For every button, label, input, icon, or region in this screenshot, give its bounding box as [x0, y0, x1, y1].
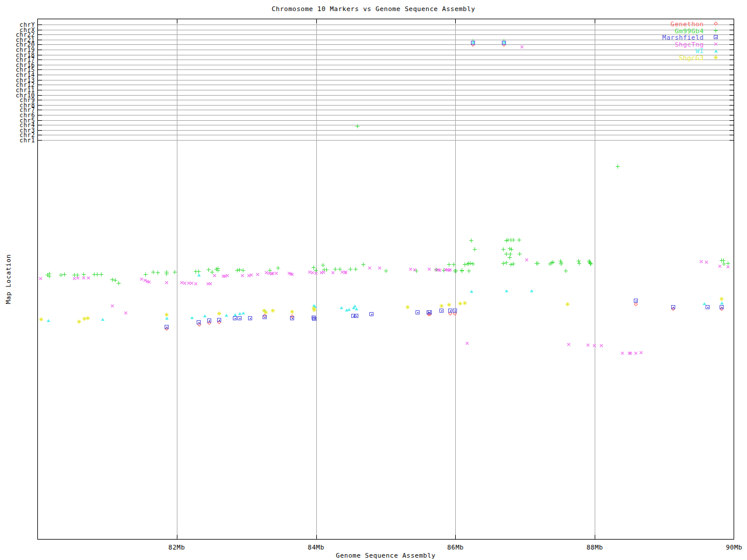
marker-marshfield	[634, 299, 638, 303]
chromosome-tick-right	[729, 125, 734, 125]
marker-wi	[190, 316, 194, 319]
chromosome-tick-left	[38, 30, 42, 30]
chromosome-tick-left	[38, 140, 42, 141]
chromosome-tick-right	[729, 95, 734, 96]
chromosome-tick-left	[38, 34, 42, 35]
chromosome-tick-left	[38, 110, 42, 110]
chromosome-tick-right	[729, 90, 734, 90]
marker-marshfield	[706, 305, 710, 309]
chart-canvas: Chromosome 10 Markers vs Genome Sequence…	[0, 0, 747, 560]
marker-shgcg3	[447, 303, 451, 307]
chromosome-tick-left	[38, 130, 42, 131]
marker-gm99gb4	[551, 260, 555, 264]
legend-row: ShgcTng	[584, 41, 747, 48]
marker-marshfield	[290, 316, 294, 320]
marker-gm99gb4	[471, 262, 475, 266]
marker-shgcg3	[264, 310, 268, 314]
chromosome-tick-left	[38, 24, 42, 25]
marker-marshfield	[671, 305, 675, 309]
gridline-vertical	[177, 19, 177, 539]
marker-wi	[703, 302, 706, 305]
chromosome-tick-right	[729, 140, 734, 141]
chromosome-tick-right	[729, 135, 734, 135]
marker-shgcg3	[720, 297, 724, 301]
legend-marker-shgctng-icon	[712, 41, 720, 47]
legend-row: ShgcG3	[584, 54, 747, 61]
marker-wi	[472, 41, 475, 44]
chromosome-tick-left	[38, 125, 42, 125]
chromosome-line	[38, 85, 734, 85]
marker-gm99gb4	[509, 247, 514, 251]
marker-wi	[530, 289, 533, 292]
marker-gm99gb4	[348, 267, 352, 271]
marker-wi	[233, 313, 237, 316]
legend-row: Gm99Gb4	[584, 27, 747, 34]
chromosome-tick-left	[38, 135, 42, 135]
chromosome-tick-right	[729, 69, 734, 70]
chromosome-label: chr1	[0, 138, 35, 143]
x-tick-bottom	[595, 535, 595, 539]
marker-gm99gb4	[508, 256, 512, 260]
marker-gm99gb4	[384, 269, 388, 273]
x-tick-label: 84Mb	[299, 544, 334, 551]
x-tick-label: 86Mb	[438, 544, 473, 551]
marker-marshfield	[217, 318, 221, 322]
marker-wi	[347, 308, 351, 311]
chromosome-tick-left	[38, 50, 42, 50]
chromosome-line	[38, 80, 734, 80]
marker-gm99gb4	[504, 261, 508, 265]
marker-marshfield	[238, 316, 242, 320]
x-tick-top	[177, 19, 177, 23]
marker-marshfield	[416, 310, 420, 314]
x-tick-top	[455, 19, 456, 23]
marker-wi	[47, 319, 50, 322]
chromosome-tick-right	[729, 130, 734, 131]
x-tick-top	[316, 19, 317, 23]
legend-label-shgcg3: ShgcG3	[679, 54, 704, 62]
chromosome-line	[38, 135, 734, 135]
marker-wi	[340, 306, 343, 309]
marker-wi	[505, 289, 508, 292]
chromosome-tick-left	[38, 80, 42, 80]
marker-wi	[197, 274, 201, 276]
chromosome-tick-left	[38, 85, 42, 85]
chromosome-tick-right	[729, 85, 734, 85]
marker-marshfield	[197, 320, 201, 324]
marker-gm99gb4	[156, 271, 160, 275]
chromosome-tick-left	[38, 95, 42, 96]
marker-gm99gb4	[99, 272, 103, 276]
marker-shgcg3	[39, 317, 43, 321]
chromosome-line	[38, 65, 734, 65]
chromosome-line	[38, 105, 734, 106]
marker-marshfield	[263, 315, 267, 319]
marker-shgcg3	[86, 316, 90, 320]
x-tick-label: 88Mb	[577, 544, 612, 551]
marker-gm99gb4	[241, 268, 245, 272]
marker-marshfield	[720, 305, 724, 309]
marker-gm99gb4	[62, 272, 67, 276]
marker-shgcg3	[463, 301, 467, 305]
marker-wi	[101, 318, 104, 321]
chromosome-tick-left	[38, 65, 42, 65]
marker-shgcg3	[271, 309, 275, 313]
gridline-vertical	[455, 19, 456, 539]
x-tick-bottom	[455, 535, 456, 539]
marker-marshfield	[165, 325, 169, 329]
chromosome-tick-right	[729, 110, 734, 110]
chromosome-line	[38, 125, 734, 125]
legend-row: Genethon	[584, 20, 747, 27]
marker-shgcg3	[217, 312, 221, 316]
marker-wi	[470, 290, 473, 293]
legend-row: WI	[584, 47, 747, 54]
y-axis-label: Map Location	[5, 221, 12, 338]
x-tick-label: 90Mb	[717, 544, 747, 551]
chromosome-tick-left	[38, 90, 42, 90]
marker-gm99gb4	[511, 238, 515, 242]
marker-wi	[720, 302, 724, 304]
marker-marshfield	[439, 309, 444, 313]
marker-shgcg3	[77, 320, 81, 324]
chromosome-line	[38, 75, 734, 75]
chromosome-line	[38, 110, 734, 110]
chromosome-tick-right	[729, 105, 734, 106]
chart-title: Chromosome 10 Markers vs Genome Sequence…	[0, 5, 747, 13]
